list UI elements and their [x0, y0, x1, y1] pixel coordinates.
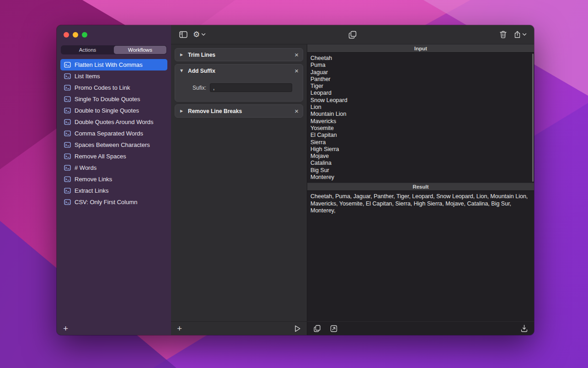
step-card-add-suffix: ▼ Add Suffix × Sufix: — [175, 64, 303, 102]
workflow-item-icon — [64, 176, 71, 182]
step-header[interactable]: ▼ Add Suffix × — [175, 65, 303, 77]
toggle-sidebar-button[interactable] — [179, 31, 187, 38]
add-step-button[interactable]: + — [177, 324, 182, 333]
chevron-down-icon — [522, 33, 527, 36]
input-line: Jaguar — [310, 69, 529, 76]
remove-step-button[interactable]: × — [294, 108, 299, 114]
scrollbar[interactable] — [532, 54, 534, 182]
sidebar-item-label: # Words — [75, 164, 96, 171]
sidebar-item-label: CSV: Only First Column — [75, 199, 138, 206]
workflow-item-icon — [64, 153, 71, 159]
sidebar-item-workflow[interactable]: Double Quotes Around Words — [60, 116, 167, 128]
step-body: Sufix: — [175, 77, 303, 101]
sidebar-item-workflow[interactable]: Comma Separated Words — [60, 128, 167, 139]
workflow-item-icon — [64, 73, 71, 79]
share-button[interactable] — [514, 31, 527, 38]
disclosure-collapsed-icon[interactable]: ▶ — [179, 53, 184, 57]
input-line: Snow Leopard — [310, 97, 529, 104]
sidebar-item-workflow[interactable]: Promo Codes to Link — [60, 82, 167, 93]
workflow-item-icon — [64, 142, 71, 148]
traffic-lights — [57, 25, 171, 38]
sidebar-item-workflow[interactable]: Spaces Between Characters — [60, 139, 167, 151]
remove-step-button[interactable]: × — [294, 51, 299, 58]
workflow-list: Flatten List With Commas List Items Prom… — [57, 59, 171, 321]
workflow-steps-panel: ▶ Trim Lines × ▼ Add Suffix × Sufix: — [171, 44, 307, 335]
download-icon — [521, 325, 528, 332]
sidebar-icon — [179, 31, 187, 38]
toolbar: ⚙ — [171, 25, 534, 44]
content: ▶ Trim Lines × ▼ Add Suffix × Sufix: — [171, 44, 534, 335]
remove-step-button[interactable]: × — [294, 67, 299, 74]
copy-icon — [348, 31, 357, 39]
save-result-button[interactable] — [521, 325, 528, 332]
tab-actions[interactable]: Actions — [61, 46, 114, 54]
sidebar-item-label: Double Quotes Around Words — [75, 119, 153, 125]
sidebar-item-label: Flatten List With Commas — [75, 61, 143, 68]
input-line: Panther — [310, 76, 529, 83]
result-header: Result — [307, 183, 534, 191]
input-line: High Sierra — [310, 146, 529, 153]
copy-result-bottom-button[interactable] — [314, 325, 321, 332]
input-line: Leopard — [310, 90, 529, 97]
step-title: Remove Line Breaks — [188, 108, 242, 114]
use-result-as-input-button[interactable] — [330, 325, 337, 332]
sidebar-item-workflow[interactable]: Remove All Spaces — [60, 151, 167, 162]
sidebar-item-workflow[interactable]: Extract Links — [60, 185, 167, 196]
workflow-item-icon — [64, 62, 71, 68]
sidebar-item-workflow[interactable]: Double to Single Quotes — [60, 105, 167, 116]
io-panel: Input CheetahPumaJaguarPantherTigerLeopa… — [307, 44, 534, 335]
disclosure-collapsed-icon[interactable]: ▶ — [179, 109, 184, 113]
zoom-window-button[interactable] — [82, 32, 87, 38]
steps-bottom-bar: + — [171, 321, 307, 335]
sidebar-item-label: List Items — [75, 73, 100, 80]
paste-icon — [330, 325, 337, 332]
steps-list: ▶ Trim Lines × ▼ Add Suffix × Sufix: — [171, 44, 307, 321]
disclosure-expanded-icon[interactable]: ▼ — [179, 69, 184, 73]
sidebar-item-label: Spaces Between Characters — [75, 141, 150, 148]
gear-icon: ⚙ — [193, 31, 200, 38]
main-area: ⚙ — [171, 25, 534, 335]
sidebar-segmented-control: Actions Workflows — [61, 45, 167, 54]
run-workflow-button[interactable] — [294, 325, 301, 332]
suffix-input[interactable] — [210, 83, 292, 92]
tab-workflows[interactable]: Workflows — [114, 46, 166, 54]
input-line: Mountain Lion — [310, 111, 529, 118]
workflow-item-icon — [64, 199, 71, 205]
step-card-trim-lines: ▶ Trim Lines × — [175, 48, 303, 61]
input-line: Monterey — [310, 174, 529, 181]
chevron-down-icon — [201, 33, 206, 36]
share-icon — [514, 31, 521, 38]
minimize-window-button[interactable] — [73, 32, 78, 38]
sidebar-item-workflow[interactable]: # Words — [60, 162, 167, 173]
input-line: Catalina — [310, 160, 529, 167]
workflow-item-icon — [64, 108, 71, 114]
workflow-item-icon — [64, 119, 71, 125]
workflow-settings-button[interactable]: ⚙ — [193, 31, 206, 38]
step-card-remove-line-breaks: ▶ Remove Line Breaks × — [175, 104, 303, 118]
sidebar-item-label: Single To Double Quotes — [75, 96, 140, 103]
input-line: Lion — [310, 104, 529, 111]
step-header[interactable]: ▶ Remove Line Breaks × — [175, 105, 303, 117]
close-window-button[interactable] — [64, 32, 69, 38]
io-bottom-bar — [307, 321, 534, 335]
input-text[interactable]: CheetahPumaJaguarPantherTigerLeopardSnow… — [307, 53, 534, 183]
sidebar-item-workflow[interactable]: Single To Double Quotes — [60, 93, 167, 105]
workflow-item-icon — [64, 85, 71, 91]
input-line: Tiger — [310, 83, 529, 90]
copy-icon — [314, 325, 321, 332]
sidebar-item-workflow[interactable]: Flatten List With Commas — [60, 59, 167, 70]
step-title: Trim Lines — [188, 52, 215, 58]
copy-result-button[interactable] — [348, 31, 357, 39]
step-header[interactable]: ▶ Trim Lines × — [175, 49, 303, 61]
sidebar-item-label: Remove All Spaces — [75, 153, 126, 160]
add-workflow-button[interactable]: + — [63, 324, 68, 333]
delete-button[interactable] — [500, 31, 507, 38]
input-header: Input — [307, 44, 534, 53]
workflow-item-icon — [64, 96, 71, 102]
sidebar-item-label: Comma Separated Words — [75, 130, 143, 137]
sidebar-item-workflow[interactable]: List Items — [60, 70, 167, 82]
trash-icon — [500, 31, 507, 38]
input-line: Big Sur — [310, 167, 529, 174]
sidebar-item-workflow[interactable]: CSV: Only First Column — [60, 196, 167, 208]
sidebar-item-workflow[interactable]: Remove Links — [60, 173, 167, 185]
